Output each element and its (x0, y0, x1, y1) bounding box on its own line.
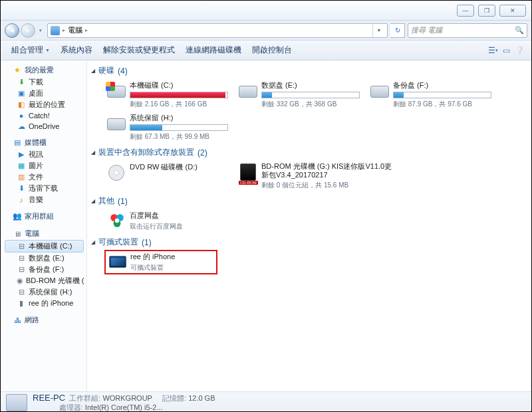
drive-label: 数据盘 (E:) (261, 80, 360, 90)
drive-freespace: 剩餘 67.3 MB，共 99.9 MB (130, 132, 228, 142)
drive-tile-e[interactable]: 数据盘 (E:) 剩餘 332 GB，共 368 GB (236, 78, 361, 111)
memory-label: 記憶體: (162, 394, 186, 402)
drive-icon: ⊟ (17, 242, 26, 251)
drive-freespace: 剩餘 0 個位元組，共 15.6 MB (261, 181, 394, 190)
close-button[interactable]: ✕ (499, 5, 526, 17)
sidebar-item-drive-h[interactable]: ⊟系统保留 (H:) (5, 286, 84, 298)
workgroup-value: WORKGROUP (102, 394, 152, 402)
sidebar-item-onedrive[interactable]: ☁OneDrive (5, 121, 84, 132)
help-button[interactable]: ❔ (513, 44, 526, 57)
preview-pane-button[interactable]: ▭ (499, 44, 513, 57)
picture-icon: ▦ (17, 161, 26, 171)
sidebar-item-drive-e[interactable]: ⊟数据盘 (E:) (5, 253, 84, 264)
navigation-pane: ★我的最愛 ⬇下載 ▣桌面 ◧最近的位置 ●Catch! ☁OneDrive ▤… (1, 60, 87, 391)
sidebar-item-videos[interactable]: ▶視訊 (5, 149, 84, 160)
refresh-button[interactable]: ↻ (390, 23, 405, 38)
dvd-icon (106, 162, 128, 182)
computer-icon (51, 26, 60, 35)
chevron-right-icon: ▸ (85, 27, 88, 33)
disc-icon: ◉ (17, 276, 23, 286)
breadcrumb-item[interactable]: 電腦 (68, 25, 82, 35)
address-bar: ◄ ► ▾ ▸ 電腦 ▸ ▾ ↻ 搜尋 電腦 🔍 (1, 21, 531, 41)
section-header-other[interactable]: ◢其他 (1) (90, 193, 527, 209)
drive-label: DVD RW 磁碟機 (D:) (130, 162, 228, 172)
capacity-bar (130, 124, 228, 131)
capacity-bar (130, 92, 228, 98)
sidebar-item-bdrom[interactable]: ◉BD-ROM 光碟機 ( (5, 275, 84, 286)
sidebar-group-libraries[interactable]: ▤媒體櫃 (5, 136, 84, 149)
video-icon: ▶ (17, 150, 26, 159)
system-properties-button[interactable]: 系統內容 (55, 42, 98, 58)
organize-menu[interactable]: 組合管理▼ (6, 42, 55, 58)
device-type: 可攜式裝置 (130, 263, 215, 272)
sidebar-item-drive-f[interactable]: ⊟备份盘 (F:) (5, 264, 84, 275)
chevron-right-icon: ▸ (63, 27, 65, 33)
drive-label: BD-ROM 光碟機 (G:) KIS迷你版V11.0更新包V3.4_20170… (261, 162, 394, 179)
sidebar-item-documents[interactable]: ▥文件 (5, 171, 84, 183)
minimize-button[interactable]: — (457, 5, 474, 17)
sidebar-item-catch[interactable]: ●Catch! (5, 110, 84, 121)
capacity-bar (261, 92, 360, 98)
history-dropdown[interactable]: ▾ (37, 24, 45, 37)
sidebar-group-favorites[interactable]: ★我的最愛 (5, 64, 84, 76)
item-label: 百度网盘 (130, 211, 228, 221)
forward-button[interactable]: ► (21, 23, 35, 38)
sidebar-item-music[interactable]: ♪音樂 (5, 194, 84, 205)
network-icon: 🖧 (13, 316, 22, 325)
baidu-netdisk-icon (106, 211, 128, 231)
drive-tile-h[interactable]: 系统保留 (H:) 剩餘 67.3 MB，共 99.9 MB (104, 111, 229, 144)
window-titlebar: — ❐ ✕ (1, 1, 531, 21)
music-icon: ♪ (17, 195, 26, 205)
control-panel-button[interactable]: 開啟控制台 (247, 42, 297, 58)
search-placeholder: 搜尋 電腦 (411, 25, 442, 35)
details-pane: REE-PC 工作群組: WORKGROUP 記憶體: 12.0 GB 處理器:… (1, 391, 531, 412)
sidebar-item-drive-c[interactable]: ⊟本機磁碟 (C:) (5, 240, 84, 253)
toolbar: 組合管理▼ 系統內容 解除安裝或變更程式 連線網路磁碟機 開啟控制台 ☰▾ ▭ … (1, 41, 531, 60)
iphone-device-tile[interactable]: ree 的 iPhone 可攜式裝置 (104, 250, 217, 274)
xunlei-icon: ⬇ (17, 184, 26, 193)
processor-value: Intel(R) Core(TM) i5-2... (85, 403, 163, 411)
device-label: ree 的 iPhone (130, 252, 215, 262)
drive-label: 本機磁碟 (C:) (130, 80, 228, 90)
drive-label: 系统保留 (H:) (130, 113, 228, 123)
address-dropdown[interactable]: ▾ (372, 23, 384, 38)
sidebar-item-xunlei[interactable]: ⬇迅雷下载 (5, 183, 84, 194)
back-button[interactable]: ◄ (5, 23, 19, 38)
computer-icon: 🖥 (13, 229, 22, 239)
sidebar-item-recent[interactable]: ◧最近的位置 (5, 99, 84, 110)
breadcrumb[interactable]: ▸ 電腦 ▸ ▾ (47, 23, 388, 38)
pc-name: REE-PC (33, 393, 65, 403)
sidebar-item-iphone[interactable]: ▮ree 的 iPhone (5, 298, 84, 309)
drive-freespace: 剩餘 2.16 GB，共 166 GB (130, 100, 228, 109)
drive-tile-f[interactable]: 备份盘 (F:) 剩餘 87.9 GB，共 97.6 GB (368, 78, 493, 111)
view-mode-button[interactable]: ☰▾ (486, 44, 499, 57)
uninstall-programs-button[interactable]: 解除安裝或變更程式 (98, 42, 180, 58)
hard-drive-icon (106, 113, 128, 133)
library-icon: ▤ (13, 138, 22, 148)
section-header-portable[interactable]: ◢可攜式裝置 (1) (90, 235, 527, 250)
sidebar-group-homegroup[interactable]: 👥家用群組 (5, 210, 84, 223)
recent-icon: ◧ (17, 100, 26, 110)
hard-drive-icon (106, 80, 128, 100)
dvd-drive-tile[interactable]: DVD RW 磁碟機 (D:) (104, 160, 229, 192)
map-network-drive-button[interactable]: 連線網路磁碟機 (180, 42, 247, 58)
maximize-button[interactable]: ❐ (478, 5, 495, 17)
drive-tile-c[interactable]: 本機磁碟 (C:) 剩餘 2.16 GB，共 166 GB (104, 78, 229, 111)
sidebar-item-pictures[interactable]: ▦圖片 (5, 160, 84, 171)
sidebar-item-desktop[interactable]: ▣桌面 (5, 88, 84, 99)
hard-drive-icon (369, 80, 392, 100)
homegroup-icon: 👥 (13, 212, 22, 221)
search-input[interactable]: 搜尋 電腦 🔍 (408, 23, 527, 38)
sidebar-group-network[interactable]: 🖧網路 (5, 314, 84, 326)
baidu-netdisk-tile[interactable]: 百度网盘 双击运行百度网盘 (104, 209, 229, 233)
section-header-removable[interactable]: ◢裝置中含有卸除式存放裝置 (2) (90, 145, 527, 160)
processor-label: 處理器: (59, 403, 83, 411)
memory-value: 12.0 GB (188, 394, 215, 402)
sidebar-group-computer[interactable]: 🖥電腦 (5, 227, 84, 240)
drive-freespace: 剩餘 332 GB，共 368 GB (261, 100, 360, 109)
sidebar-item-downloads[interactable]: ⬇下載 (5, 76, 84, 88)
section-header-drives[interactable]: ◢硬碟 (4) (90, 63, 527, 78)
bdrom-drive-tile[interactable]: CD-ROM BD-ROM 光碟機 (G:) KIS迷你版V11.0更新包V3.… (236, 160, 396, 192)
bdrom-icon: CD-ROM (237, 162, 260, 185)
drive-label: 备份盘 (F:) (393, 80, 491, 90)
